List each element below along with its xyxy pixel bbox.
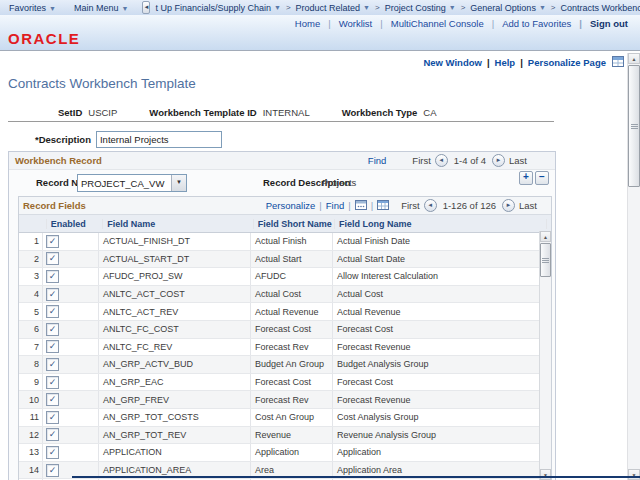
enabled-checkbox[interactable]: ✓ <box>46 305 59 318</box>
main-menu[interactable]: Main Menu▼ <box>65 3 137 13</box>
field-name-cell: ACTUAL_START_DT <box>99 251 251 268</box>
field-short-name-cell: Application <box>251 444 333 461</box>
utility-link-worklist[interactable]: Worklist <box>320 18 372 29</box>
check-icon: ✓ <box>49 447 57 457</box>
page-link-help[interactable]: Help <box>482 57 515 68</box>
description-row: *Description <box>35 131 222 148</box>
check-icon: ✓ <box>49 341 57 351</box>
header-utility-links: HomeWorklistMultiChannel ConsoleAdd to F… <box>295 18 628 29</box>
pager-next-button[interactable]: ► <box>492 154 505 167</box>
enabled-checkbox[interactable]: ✓ <box>46 411 59 424</box>
page-scrollbar[interactable]: ▲ ▼ <box>627 53 640 480</box>
delete-row-button[interactable]: − <box>535 171 549 185</box>
favorites-menu[interactable]: Favorites▼ <box>0 3 65 13</box>
enabled-checkbox[interactable]: ✓ <box>46 270 59 283</box>
chevron-down-icon: ▼ <box>121 5 128 12</box>
check-icon: ✓ <box>49 377 57 387</box>
key-field-label: SetID <box>58 107 82 118</box>
field-short-name-cell: Forecast Cost <box>251 321 333 338</box>
header-band: HomeWorklistMultiChannel ConsoleAdd to F… <box>0 15 640 51</box>
arrow-right-icon: ► <box>506 202 512 208</box>
table-row: 4 ✓ ANLTC_ACT_COST Actual Cost Actual Co… <box>19 286 551 304</box>
field-short-name-cell: AFUDC <box>251 268 333 285</box>
row-number: 10 <box>19 391 42 408</box>
utility-link-home[interactable]: Home <box>295 18 320 29</box>
enabled-checkbox[interactable]: ✓ <box>46 428 59 441</box>
workbench-record-find-link[interactable]: Find <box>368 155 386 166</box>
breadcrumb-item[interactable]: General Options▼ <box>456 3 546 13</box>
enabled-checkbox[interactable]: ✓ <box>46 235 59 248</box>
pager-first-link[interactable]: First <box>401 200 419 211</box>
enabled-checkbox[interactable]: ✓ <box>46 323 59 336</box>
enabled-checkbox[interactable]: ✓ <box>46 252 59 265</box>
separator: | <box>348 200 350 211</box>
enabled-checkbox[interactable]: ✓ <box>46 340 59 353</box>
scroll-up-icon: ▲ <box>543 234 548 240</box>
favorites-label: Favorites <box>9 3 46 13</box>
arrow-left-icon: ◄ <box>438 157 444 163</box>
grid-scrollbar-thumb[interactable] <box>540 243 551 277</box>
field-long-name-cell: Actual Revenue <box>333 303 547 320</box>
field-short-name-cell: Actual Cost <box>251 286 333 303</box>
page-scrollbar-thumb[interactable] <box>628 65 640 187</box>
page-link-new-window[interactable]: New Window <box>423 57 482 68</box>
field-long-name-cell: Budget Analysis Group <box>333 356 547 373</box>
view-all-icon[interactable] <box>355 200 367 212</box>
key-field: Workbench TypeCA <box>342 107 437 118</box>
breadcrumb-item[interactable]: t Up Financials/Supply Chain▼ <box>155 3 281 13</box>
description-label: *Description <box>35 134 91 145</box>
pager-last-link[interactable]: Last <box>509 155 527 166</box>
field-short-name-cell: Actual Start <box>251 251 333 268</box>
utility-link-sign-out[interactable]: Sign out <box>571 18 628 29</box>
scroll-up-button[interactable]: ▲ <box>540 231 551 242</box>
breadcrumb-item[interactable]: Project Costing▼ <box>370 3 456 13</box>
workbench-record-title: Workbench Record <box>15 155 102 166</box>
field-name-cell: AN_GRP_EAC <box>99 374 251 391</box>
row-number: 9 <box>19 374 42 391</box>
field-long-name-column-header: Field Long Name <box>335 219 547 229</box>
key-field-value: INTERNAL <box>263 107 310 118</box>
enabled-checkbox[interactable]: ✓ <box>46 464 59 477</box>
page-link-personalize-page[interactable]: Personalize Page <box>515 57 606 68</box>
breadcrumb-scroll-left-button[interactable]: ◄ <box>142 1 150 14</box>
download-icon[interactable] <box>377 200 389 212</box>
personalize-link[interactable]: Personalize <box>266 200 316 211</box>
pager-prev-button[interactable]: ◄ <box>435 154 448 167</box>
record-name-dropdown[interactable]: PROJECT_CA_VW ▼ <box>77 174 187 192</box>
key-fields: SetIDUSCIPWorkbench Template IDINTERNALW… <box>58 107 469 118</box>
grid-scrollbar[interactable]: ▲ ▼ <box>539 231 551 480</box>
field-name-cell: AFUDC_PROJ_SW <box>99 268 251 285</box>
field-short-name-column-header: Field Short Name <box>254 219 335 229</box>
breadcrumb-item[interactable]: Product Related▼ <box>281 3 370 13</box>
record-fields-title: Record Fields <box>23 200 86 211</box>
add-row-button[interactable]: + <box>519 171 533 185</box>
breadcrumb-item[interactable]: Contracts Workbench Template <box>546 3 640 13</box>
top-menu-bar: Favorites▼ Main Menu▼ ◄ t Up Financials/… <box>0 0 640 16</box>
pager-range: 1-4 of 4 <box>454 155 486 166</box>
enabled-checkbox[interactable]: ✓ <box>46 376 59 389</box>
enabled-checkbox[interactable]: ✓ <box>46 358 59 371</box>
utility-link-add-to-favorites[interactable]: Add to Favorites <box>484 18 572 29</box>
pager-prev-button[interactable]: ◄ <box>424 199 437 212</box>
personalize-layout-icon[interactable] <box>612 56 624 69</box>
scroll-up-button[interactable]: ▲ <box>628 53 640 64</box>
utility-link-multichannel-console[interactable]: MultiChannel Console <box>372 18 483 29</box>
record-fields-find-link[interactable]: Find <box>326 200 344 211</box>
enabled-checkbox[interactable]: ✓ <box>46 288 59 301</box>
pager-first-link[interactable]: First <box>412 155 430 166</box>
pager-next-button[interactable]: ► <box>502 199 515 212</box>
enabled-checkbox[interactable]: ✓ <box>46 393 59 406</box>
field-name-cell: AN_GRP_ACTV_BUD <box>99 356 251 373</box>
grip-icon <box>542 258 549 263</box>
scroll-down-button[interactable]: ▼ <box>628 469 640 480</box>
arrow-left-icon: ◄ <box>427 202 433 208</box>
pager-last-link[interactable]: Last <box>519 200 537 211</box>
scroll-down-button[interactable]: ▼ <box>540 469 551 480</box>
field-short-name-cell: Actual Finish <box>251 233 333 250</box>
table-header-row: Enabled Field Name Field Short Name Fiel… <box>19 214 551 233</box>
enabled-cell: ✓ <box>42 339 99 356</box>
key-field-value: CA <box>423 107 436 118</box>
description-input[interactable] <box>96 131 222 148</box>
enabled-checkbox[interactable]: ✓ <box>46 446 59 459</box>
enabled-cell: ✓ <box>42 303 99 320</box>
